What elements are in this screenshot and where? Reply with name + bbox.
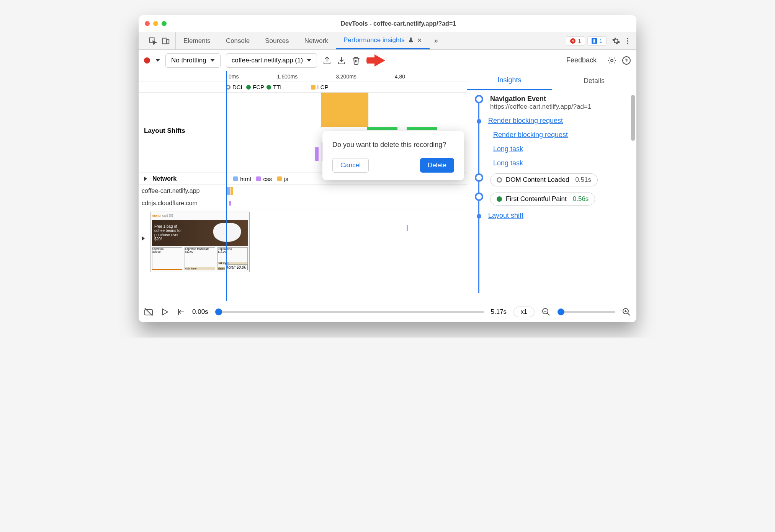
long-task-link[interactable]: Long task: [493, 145, 523, 153]
record-button[interactable]: [144, 57, 150, 64]
devtools-tabs: Elements Console Sources Network Perform…: [139, 32, 636, 50]
layout-shift-link[interactable]: Layout shift: [488, 212, 523, 220]
current-time: 0.00s: [192, 308, 208, 316]
scrollbar-thumb[interactable]: [631, 95, 635, 141]
info-count[interactable]: ▮1: [587, 36, 607, 46]
left-pane: 0ms 1,600ms 3,200ms 4,80 DCL FCP TTI LCP…: [139, 71, 467, 301]
svg-point-5: [627, 42, 628, 44]
svg-rect-1: [163, 38, 166, 44]
markers-row: DCL FCP TTI LCP: [139, 82, 467, 93]
dcl-pill[interactable]: DOM Content Loaded0.51s: [490, 173, 598, 186]
marker-fcp[interactable]: FCP: [246, 84, 264, 90]
throttling-dropdown[interactable]: No throttling: [165, 53, 221, 68]
svg-point-3: [627, 38, 628, 39]
delete-icon[interactable]: [352, 56, 361, 65]
annotation-arrow-icon: [366, 53, 385, 68]
cup-icon: [213, 223, 241, 242]
errors-count[interactable]: ✕1: [566, 36, 585, 46]
filmstrip-section: menucart (0) Free 1 bag of coffee beans …: [139, 209, 467, 275]
layout-shift-bar[interactable]: [367, 127, 397, 130]
legend-html: html: [233, 176, 251, 182]
long-task-link[interactable]: Long task: [493, 159, 523, 167]
timeline-dot: [477, 214, 481, 219]
playhead-line[interactable]: [226, 71, 227, 301]
device-toolbar-icon[interactable]: [162, 37, 170, 45]
legend-css: css: [256, 176, 272, 182]
marker-tti[interactable]: TTI: [267, 84, 282, 90]
thumb-total: Total: $0.00: [225, 264, 248, 270]
zoom-track[interactable]: [558, 311, 615, 313]
help-icon[interactable]: [622, 56, 631, 65]
devtools-window: DevTools - coffee-cart.netlify.app/?ad=1…: [139, 15, 636, 322]
network-row[interactable]: coffee-cart.netlify.app: [139, 185, 467, 197]
close-window-button[interactable]: [145, 21, 150, 26]
tab-sources[interactable]: Sources: [257, 32, 296, 49]
scrubber-track[interactable]: [215, 311, 484, 313]
gear-icon[interactable]: [607, 56, 616, 65]
more-menu-icon[interactable]: [623, 37, 632, 45]
zoom-thumb[interactable]: [558, 308, 564, 315]
delete-button[interactable]: Delete: [420, 158, 454, 173]
titlebar: DevTools - coffee-cart.netlify.app/?ad=1: [139, 15, 636, 32]
zoom-out-icon[interactable]: [541, 307, 551, 317]
traffic-lights: [145, 21, 167, 26]
play-icon[interactable]: [160, 307, 169, 317]
recording-selector[interactable]: coffee-cart.netlify.app (1): [226, 53, 317, 68]
lcp-block[interactable]: [321, 93, 368, 127]
insights-list: Navigation Event https://coffee-cart.net…: [467, 90, 636, 301]
import-icon[interactable]: [337, 56, 346, 65]
maximize-window-button[interactable]: [162, 21, 167, 26]
content-area: 0ms 1,600ms 3,200ms 4,80 DCL FCP TTI LCP…: [139, 71, 636, 301]
close-tab-icon[interactable]: ✕: [417, 37, 422, 44]
tab-console[interactable]: Console: [218, 32, 257, 49]
timeline-marker: [475, 95, 483, 103]
rewind-icon[interactable]: [176, 307, 185, 317]
expand-icon[interactable]: [144, 176, 147, 181]
render-blocking-link[interactable]: Render blocking request: [488, 117, 563, 125]
feedback-link[interactable]: Feedback: [566, 56, 597, 64]
marker-dcl[interactable]: DCL: [226, 84, 244, 90]
cancel-button[interactable]: Cancel: [332, 158, 369, 173]
insights-toolbar: No throttling coffee-cart.netlify.app (1…: [139, 50, 636, 71]
thumb-banner: Free 1 bag of coffee beans for purchase …: [152, 220, 248, 246]
playback-speed[interactable]: x1: [513, 307, 535, 317]
chevron-down-icon: [307, 59, 311, 62]
timeline-marker: [475, 193, 483, 201]
nav-event-item[interactable]: Navigation Event https://coffee-cart.net…: [490, 95, 629, 111]
tab-elements[interactable]: Elements: [176, 32, 218, 49]
legend-js: js: [277, 176, 288, 182]
total-time: 5.17s: [491, 308, 507, 316]
export-icon[interactable]: [322, 56, 332, 65]
right-pane-tabs: Insights Details: [467, 71, 636, 90]
scrubber-thumb[interactable]: [215, 308, 222, 315]
fcp-pill[interactable]: First Contentful Paint0.56s: [490, 193, 595, 206]
delete-confirmation-dialog: Do you want to delete this recording? Ca…: [322, 131, 464, 180]
tab-insights[interactable]: Insights: [467, 71, 552, 90]
settings-gear-icon[interactable]: [612, 37, 620, 45]
svg-point-6: [611, 59, 613, 62]
zoom-in-icon[interactable]: [622, 307, 631, 317]
network-title: Network: [152, 175, 177, 182]
right-pane: Insights Details Navigation Event https:…: [467, 71, 636, 301]
minimize-window-button[interactable]: [153, 21, 158, 26]
more-tabs-icon[interactable]: »: [430, 37, 443, 45]
scrubber-bar: 0.00s 5.17s x1: [139, 301, 636, 322]
render-blocking-link[interactable]: Render blocking request: [493, 131, 568, 139]
network-row[interactable]: cdnjs.cloudflare.com: [139, 197, 467, 209]
flask-icon: [408, 37, 414, 43]
inspect-element-icon[interactable]: [149, 37, 157, 45]
tab-performance-insights[interactable]: Performance insights ✕: [336, 32, 430, 49]
screenshot-toggle-icon[interactable]: [144, 307, 153, 317]
layout-shifts-label: Layout Shifts: [144, 127, 185, 135]
tab-network[interactable]: Network: [297, 32, 336, 49]
record-dropdown-icon[interactable]: [155, 59, 160, 62]
svg-point-4: [627, 40, 628, 42]
tab-details[interactable]: Details: [552, 71, 636, 90]
filmstrip-thumbnail[interactable]: menucart (0) Free 1 bag of coffee beans …: [150, 212, 250, 272]
layout-shift-bar[interactable]: [407, 127, 437, 130]
window-title: DevTools - coffee-cart.netlify.app/?ad=1: [167, 20, 630, 27]
timeline-dot: [477, 119, 481, 124]
timeline-marker: [475, 173, 483, 182]
marker-lcp[interactable]: LCP: [311, 84, 329, 90]
expand-icon[interactable]: [142, 236, 145, 241]
